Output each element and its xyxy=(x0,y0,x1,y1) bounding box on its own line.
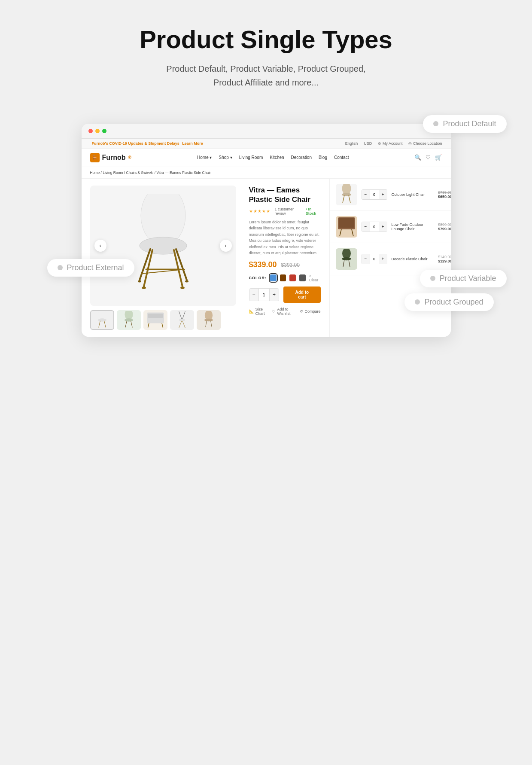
color-swatch-red[interactable] xyxy=(289,274,296,281)
grouped-item-name-3: Decade Plastic Chair xyxy=(392,257,434,261)
add-to-cart-button[interactable]: Add to cart xyxy=(283,286,320,303)
wishlist-link[interactable]: ♡ Add to Wishlist xyxy=(272,307,293,316)
price-row: $339.00 $393.00 xyxy=(249,260,321,269)
grouped-qty-decrease-2[interactable]: − xyxy=(362,222,370,232)
grouped-item-image-1 xyxy=(336,184,357,205)
thumbnail-row xyxy=(90,310,236,330)
nav-living-room[interactable]: Living Room xyxy=(239,155,263,160)
prev-image-arrow[interactable]: ‹ xyxy=(94,240,106,252)
svg-point-11 xyxy=(185,280,188,282)
currency-selector[interactable]: USD xyxy=(364,141,372,146)
next-image-arrow[interactable]: › xyxy=(220,240,232,252)
svg-line-19 xyxy=(131,321,132,328)
product-info-section: Vitra — Eames Plastic Side Chair ★★★★★ 1… xyxy=(245,179,329,337)
grouped-price-old-2: $899.00 xyxy=(438,222,451,227)
svg-point-8 xyxy=(142,286,146,289)
grouped-qty-value-1: 0 xyxy=(370,190,379,199)
thumbnail-2[interactable] xyxy=(117,310,141,330)
svg-line-27 xyxy=(182,320,185,328)
color-swatch-brown[interactable] xyxy=(280,274,286,281)
browser-dot-red xyxy=(88,129,93,133)
svg-point-9 xyxy=(180,286,185,289)
svg-line-25 xyxy=(182,311,185,320)
grouped-item-prices-1: $735.00 $659.00 xyxy=(438,190,451,199)
price-original: $393.00 xyxy=(281,262,300,268)
stock-status: In Stock xyxy=(306,207,321,216)
svg-rect-38 xyxy=(339,218,354,228)
nav-decoration[interactable]: Decoration xyxy=(291,155,312,160)
size-chart-link[interactable]: 📐 Size Chart xyxy=(249,307,266,316)
top-bar-right: English USD ⊙ My Account ◎ Choose Locati… xyxy=(345,141,442,146)
product-layout: ‹ xyxy=(82,179,451,337)
svg-point-42 xyxy=(342,257,351,260)
product-title: Vitra — Eames Plastic Side Chair xyxy=(249,186,321,204)
grouped-price-old-1: $735.00 xyxy=(438,190,451,195)
thumbnail-1[interactable] xyxy=(90,310,114,330)
grouped-qty-increase-3[interactable]: + xyxy=(379,254,387,264)
quantity-decrease[interactable]: − xyxy=(249,289,258,301)
quantity-increase[interactable]: + xyxy=(270,289,279,301)
label-product-default: Product Default xyxy=(423,115,506,133)
svg-rect-21 xyxy=(148,314,163,318)
grouped-qty-increase-1[interactable]: + xyxy=(379,190,387,199)
logo-icon: 🪑 xyxy=(90,153,100,162)
svg-line-14 xyxy=(98,321,100,328)
nav-shop[interactable]: Shop ▾ xyxy=(219,155,232,160)
svg-point-28 xyxy=(179,319,185,321)
language-selector[interactable]: English xyxy=(345,141,358,146)
svg-line-43 xyxy=(343,259,344,266)
clear-color-button[interactable]: × Clear xyxy=(309,274,321,282)
svg-line-31 xyxy=(205,321,207,327)
cart-icon[interactable]: 🛒 xyxy=(435,154,442,161)
price-current: $339.00 xyxy=(249,260,277,269)
svg-line-24 xyxy=(179,311,182,320)
nav-contact[interactable]: Contact xyxy=(334,155,349,160)
cart-row: − 1 + Add to cart xyxy=(249,286,321,303)
nav-icons: 🔍 ♡ 🛒 xyxy=(414,154,442,161)
nav-links: Home ▾ Shop ▾ Living Room Kitchen Decora… xyxy=(197,155,349,160)
thumbnail-5[interactable] xyxy=(197,310,221,330)
color-selector-row: COLOR: × Clear xyxy=(249,274,321,282)
browser-dot-green xyxy=(102,129,106,133)
thumbnail-3[interactable] xyxy=(143,310,167,330)
search-icon[interactable]: 🔍 xyxy=(414,154,421,161)
svg-point-30 xyxy=(204,318,213,321)
product-meta: ★★★★★ 1 customer review In Stock xyxy=(249,207,321,216)
nav-kitchen[interactable]: Kitchen xyxy=(270,155,284,160)
logo: 🪑 Furnob ® xyxy=(90,153,131,162)
browser-window: Furnob's COVID-19 Updates & Shipment Del… xyxy=(82,124,451,337)
grouped-qty-increase-2[interactable]: + xyxy=(379,222,387,232)
nav-blog[interactable]: Blog xyxy=(319,155,327,160)
grouped-price-old-3: $149.00 xyxy=(438,255,451,259)
grouped-qty-decrease-1[interactable]: − xyxy=(362,190,370,199)
heart-icon: ♡ xyxy=(272,309,275,314)
wishlist-icon[interactable]: ♡ xyxy=(426,154,431,161)
grouped-price-new-1: $659.00 xyxy=(438,195,451,199)
color-swatch-blue[interactable] xyxy=(270,274,277,281)
label-product-external: Product External xyxy=(47,259,134,277)
svg-line-32 xyxy=(210,321,212,327)
svg-line-23 xyxy=(162,323,163,327)
thumbnail-4[interactable] xyxy=(170,310,194,330)
review-count[interactable]: 1 customer review xyxy=(275,207,301,216)
nav-home[interactable]: Home ▾ xyxy=(197,155,212,160)
label-dot xyxy=(58,265,63,270)
color-swatch-gray[interactable] xyxy=(299,274,306,281)
grouped-qty-decrease-3[interactable]: − xyxy=(362,254,370,264)
quantity-value: 1 xyxy=(258,289,270,301)
grouped-item: − 0 + October Light Chair $735.00 $659.0… xyxy=(330,179,451,211)
top-bar-notice: Furnob's COVID-19 Updates & Shipment Del… xyxy=(90,141,203,146)
label-dot xyxy=(430,276,435,281)
size-chart-icon: 📐 xyxy=(249,309,254,314)
account-link[interactable]: ⊙ My Account xyxy=(378,141,402,146)
svg-line-26 xyxy=(179,320,182,328)
svg-line-44 xyxy=(349,259,350,266)
site-content: Furnob's COVID-19 Updates & Shipment Del… xyxy=(82,139,451,337)
location-link[interactable]: ◎ Choose Location xyxy=(408,141,442,146)
product-description: Lorem ipsum dolor sit amet, feugiat deli… xyxy=(249,219,321,256)
grouped-item-name-2: Low Fade Outdoor Lounge Chair xyxy=(392,222,434,231)
grouped-qty-value-3: 0 xyxy=(370,254,379,264)
grouped-item: − 0 + Low Fade Outdoor Lounge Chair $899… xyxy=(330,211,451,243)
grouped-qty-2: − 0 + xyxy=(362,222,387,232)
compare-link[interactable]: ↺ Compare xyxy=(300,307,321,316)
